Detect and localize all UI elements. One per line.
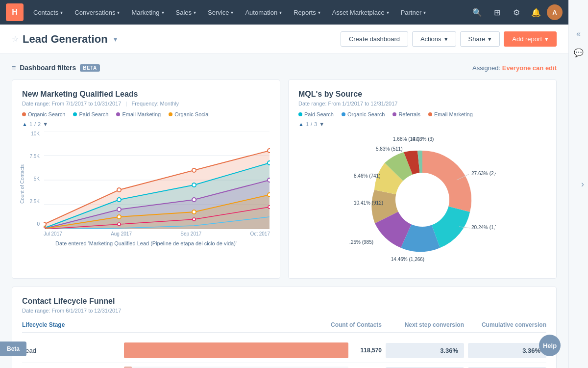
- search-icon[interactable]: 🔍: [468, 3, 486, 21]
- nav-marketing[interactable]: Marketing ▾: [125, 0, 170, 25]
- svg-text:14.46% (1,266): 14.46% (1,266): [391, 257, 424, 262]
- nav-automation[interactable]: Automation ▾: [239, 0, 288, 25]
- settings-icon[interactable]: ⚙: [508, 3, 525, 21]
- chevron-down-icon: ▾: [387, 10, 389, 15]
- notifications-icon[interactable]: 🔔: [527, 3, 545, 21]
- chat-icon[interactable]: 💬: [574, 48, 584, 57]
- legend-item-paid-search: Paid Search: [73, 111, 108, 117]
- legend-item-email-marketing: Email Marketing: [428, 111, 473, 117]
- actions-caret-icon: ▾: [444, 35, 448, 43]
- line-chart-subtitle: Date range: From 7/1/2017 to 10/31/2017 …: [22, 101, 270, 106]
- assigned-value[interactable]: Everyone can edit: [502, 64, 557, 72]
- svg-point-27: [193, 218, 196, 221]
- donut-pagination: ▲ 1/3 ▼: [298, 121, 546, 127]
- pagination-up-arrow[interactable]: ▲: [298, 121, 304, 127]
- share-button[interactable]: Share ▾: [460, 31, 500, 47]
- svg-point-17: [117, 208, 121, 211]
- filters-bar: ≡ Dashboard filters BETA Assigned: Every…: [12, 64, 557, 72]
- help-button[interactable]: Help: [539, 335, 561, 356]
- nav-contacts[interactable]: Contacts ▾: [27, 0, 69, 25]
- assigned-label: Assigned:: [472, 64, 500, 72]
- pagination-up-arrow[interactable]: ▲: [22, 121, 27, 127]
- nav-sales[interactable]: Sales ▾: [170, 0, 202, 25]
- legend-dot: [298, 112, 302, 116]
- donut-chart-title: MQL's by Source: [298, 90, 546, 99]
- next-page-arrow[interactable]: ›: [577, 175, 588, 193]
- legend-item-paid-search: Paid Search: [298, 111, 334, 117]
- nav-asset-marketplace[interactable]: Asset Marketplace ▾: [326, 0, 395, 25]
- y-ticks: 10K 7.5K 5K 2.5K 0: [22, 131, 42, 227]
- donut-chart-subtitle: Date range: From 1/1/2017 to 12/31/2017: [298, 101, 546, 106]
- favorite-star-icon[interactable]: ☆: [12, 34, 19, 44]
- donut-chart-svg: 27.63% (2,420) 20.24% (1,773) 14.46% (1,…: [349, 136, 496, 263]
- col-header-next-step: Next step conversion: [386, 321, 464, 328]
- nav-partner[interactable]: Partner ▾: [395, 0, 432, 25]
- x-axis-labels: Jul 2017 Aug 2017 Sep 2017 Oct 2017: [44, 231, 270, 237]
- assigned-area: Assigned: Everyone can edit: [472, 64, 557, 72]
- actions-button[interactable]: Actions ▾: [412, 31, 456, 47]
- donut-chart-card: MQL's by Source Date range: From 1/1/201…: [288, 79, 557, 279]
- avatar[interactable]: A: [547, 4, 563, 20]
- svg-point-24: [268, 193, 270, 197]
- pagination-down-arrow[interactable]: ▼: [319, 121, 324, 127]
- funnel-next-step-lead: 3.36%: [386, 343, 464, 358]
- dashboard-grid: New Marketing Qualified Leads Date range…: [12, 79, 557, 279]
- line-chart-legend: Organic Search Paid Search Email Marketi…: [22, 111, 270, 117]
- legend-dot: [169, 112, 172, 116]
- line-chart-svg: [44, 131, 270, 229]
- line-chart-title: New Marketing Qualified Leads: [22, 90, 270, 99]
- funnel-table-header: Lifecycle Stage Count of Contacts Next s…: [22, 321, 546, 333]
- legend-item-organic-search: Organic Search: [22, 111, 65, 117]
- chevron-down-icon: ▾: [423, 10, 426, 15]
- beta-button[interactable]: Beta: [0, 342, 26, 356]
- svg-text:27.63% (2,420): 27.63% (2,420): [471, 171, 496, 176]
- line-chart-pagination: ▲ 1/2 ▼: [22, 121, 270, 127]
- svg-point-8: [192, 168, 196, 172]
- nav-reports[interactable]: Reports ▾: [288, 0, 326, 25]
- line-chart-card: New Marketing Qualified Leads Date range…: [12, 79, 280, 279]
- create-dashboard-button[interactable]: Create dashboard: [341, 31, 408, 47]
- collapse-icon[interactable]: «: [576, 29, 581, 38]
- nav-conversations[interactable]: Conversations ▾: [69, 0, 125, 25]
- funnel-bar-lead: 118,570: [124, 342, 382, 358]
- page-header: ☆ Lead Generation ▾ Create dashboard Act…: [0, 25, 568, 54]
- header-actions: Create dashboard Actions ▾ Share ▾ Add r…: [341, 31, 557, 47]
- svg-point-13: [192, 183, 196, 187]
- legend-dot: [73, 112, 77, 116]
- funnel-title: Contact Lifecycle Funnel: [22, 297, 546, 306]
- funnel-card: Contact Lifecycle Funnel Date range: Fro…: [12, 287, 557, 368]
- share-caret-icon: ▾: [488, 35, 491, 43]
- svg-point-18: [192, 198, 196, 202]
- funnel-row-lead: Lead 118,570 3.36% 3.36%: [22, 339, 546, 363]
- grid-icon[interactable]: ⊞: [488, 3, 506, 21]
- svg-point-9: [268, 149, 270, 153]
- hubspot-logo[interactable]: H: [6, 3, 24, 21]
- svg-point-7: [117, 188, 121, 192]
- funnel-bar-value-lead: 118,570: [352, 347, 382, 354]
- legend-dot: [22, 112, 26, 116]
- funnel-bar-wrapper: [124, 342, 348, 358]
- pagination-down-arrow[interactable]: ▼: [43, 121, 48, 127]
- filters-left: ≡ Dashboard filters BETA: [12, 64, 100, 72]
- svg-text:5.83% (511): 5.83% (511): [376, 146, 402, 152]
- svg-point-26: [118, 223, 121, 226]
- add-report-button[interactable]: Add report ▾: [504, 31, 557, 47]
- svg-point-19: [268, 178, 270, 182]
- legend-dot: [428, 112, 432, 116]
- nav-service[interactable]: Service ▾: [202, 0, 239, 25]
- chevron-down-icon: ▾: [231, 10, 233, 15]
- add-report-caret-icon: ▾: [545, 35, 548, 43]
- svg-text:10.41% (912): 10.41% (912): [354, 200, 383, 206]
- svg-text:20.24% (1,773): 20.24% (1,773): [471, 225, 496, 230]
- legend-dot: [392, 112, 396, 116]
- filters-label[interactable]: Dashboard filters: [20, 64, 76, 72]
- legend-item-organic-search: Organic Search: [342, 111, 385, 117]
- chevron-down-icon: ▾: [279, 10, 282, 15]
- legend-item-email-marketing: Email Marketing: [116, 111, 161, 117]
- donut-chart-legend: Paid Search Organic Search Referrals Ema…: [298, 111, 546, 117]
- col-header-count: Count of Contacts: [124, 321, 382, 328]
- title-dropdown-icon[interactable]: ▾: [114, 35, 117, 43]
- chart-x-caption: Date entered 'Marketing Qualified Lead (…: [22, 240, 270, 246]
- funnel-subtitle: Date range: From 6/1/2017 to 12/31/2017: [22, 308, 546, 314]
- svg-point-28: [268, 206, 270, 209]
